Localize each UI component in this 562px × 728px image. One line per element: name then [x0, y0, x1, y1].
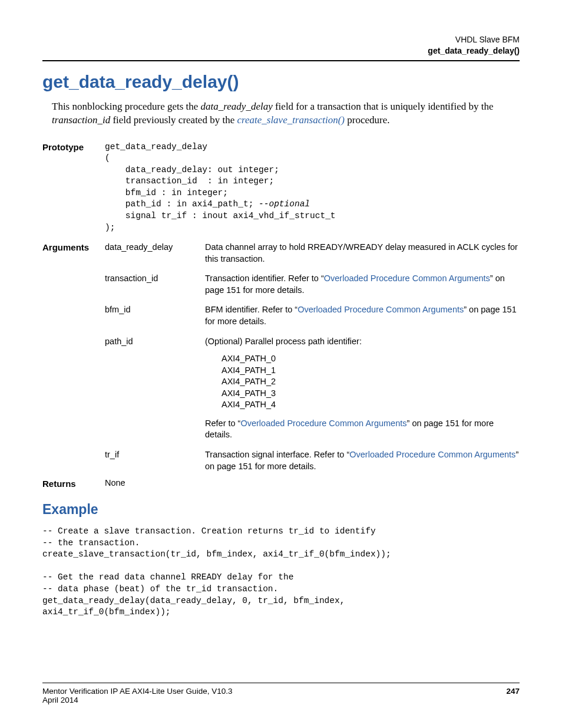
arg-text: Transaction identifier. Refer to “: [205, 274, 324, 283]
returns-value: None: [105, 478, 520, 487]
argument-name: transaction_id: [105, 273, 205, 285]
page-header: VHDL Slave BFM get_data_ready_delay(): [42, 34, 520, 57]
argument-row: transaction_id Transaction identifier. R…: [105, 273, 520, 296]
argument-row: tr_if Transaction signal interface. Refe…: [105, 449, 520, 472]
header-line1: VHDL Slave BFM: [42, 34, 520, 45]
argument-desc: Data channel array to hold RREADY/WREADY…: [205, 242, 520, 265]
footer-left: Mentor Verification IP AE AXI4-Lite User…: [42, 687, 232, 696]
prototype-label: Prototype: [42, 141, 105, 152]
footer-page: 247: [506, 687, 520, 696]
path-id-value: AXI4_PATH_4: [222, 399, 520, 411]
header-line2: get_data_ready_delay(): [42, 45, 520, 57]
path-id-value: AXI4_PATH_0: [222, 353, 520, 365]
code-line: get_data_ready_delay(data_ready_delay, 0…: [42, 596, 345, 605]
returns-label: Returns: [42, 478, 105, 489]
arg-link[interactable]: Overloaded Procedure Common Arguments: [240, 419, 406, 428]
intro-text: field for a transaction that is uniquely…: [273, 101, 494, 112]
code-line: -- Get the read data channel RREADY dela…: [42, 572, 293, 582]
arg-text: Transaction signal interface. Refer to “: [205, 450, 349, 459]
intro-text: field previously created by the: [110, 114, 237, 126]
page-title: get_data_ready_delay(): [42, 72, 520, 92]
example-heading: Example: [42, 502, 520, 518]
path-id-list: AXI4_PATH_0 AXI4_PATH_1 AXI4_PATH_2 AXI4…: [205, 353, 520, 411]
intro-link[interactable]: create_slave_transaction(): [237, 114, 345, 126]
footer-date: April 2014: [42, 696, 520, 704]
arguments-section: Arguments data_ready_delay Data channel …: [42, 242, 520, 478]
intro-text: procedure.: [345, 114, 389, 126]
intro-em1: data_ready_delay: [201, 101, 273, 112]
code-line: transaction_id : in integer;: [105, 176, 274, 186]
page-footer: Mentor Verification IP AE AXI4-Lite User…: [42, 683, 520, 704]
page: VHDL Slave BFM get_data_ready_delay() ge…: [0, 0, 562, 728]
code-line: data_ready_delay: out integer;: [105, 165, 279, 174]
code-line: create_slave_transaction(tr_id, bfm_inde…: [42, 549, 391, 559]
header-rule: [42, 60, 520, 61]
code-line: bfm_id : in integer;: [105, 188, 228, 197]
arg-link[interactable]: Overloaded Procedure Common Arguments: [297, 305, 464, 314]
arg-text: (Optional) Parallel process path identif…: [205, 336, 520, 348]
argument-row: path_id (Optional) Parallel process path…: [105, 336, 520, 442]
arg-text: Refer to “Overloaded Procedure Common Ar…: [205, 418, 520, 441]
path-id-value: AXI4_PATH_1: [222, 365, 520, 377]
footer-rule: [42, 683, 520, 683]
argument-row: bfm_id BFM identifier. Refer to “Overloa…: [105, 304, 520, 327]
intro-paragraph: This nonblocking procedure gets the data…: [42, 100, 520, 127]
intro-text: This nonblocking procedure gets the: [52, 101, 201, 112]
arg-text: BFM identifier. Refer to “: [205, 305, 297, 314]
example-code: -- Create a slave transaction. Creation …: [42, 526, 520, 618]
argument-row: data_ready_delay Data channel array to h…: [105, 242, 520, 265]
arg-text: Refer to “: [205, 419, 240, 428]
argument-desc: BFM identifier. Refer to “Overloaded Pro…: [205, 304, 520, 327]
argument-desc: Transaction signal interface. Refer to “…: [205, 449, 520, 472]
code-line: );: [105, 223, 115, 232]
returns-section: Returns None: [42, 478, 520, 489]
code-line: axi4_tr_if_0(bfm_index));: [42, 607, 171, 617]
arg-link[interactable]: Overloaded Procedure Common Arguments: [324, 274, 490, 283]
code-line: get_data_ready_delay: [105, 142, 207, 151]
path-id-value: AXI4_PATH_2: [222, 376, 520, 388]
argument-name: bfm_id: [105, 304, 205, 316]
path-id-value: AXI4_PATH_3: [222, 388, 520, 400]
footer-row: Mentor Verification IP AE AXI4-Lite User…: [42, 687, 520, 696]
intro-em2: transaction_id: [52, 114, 110, 126]
code-line: -- Create a slave transaction. Creation …: [42, 526, 376, 536]
prototype-code: get_data_ready_delay ( data_ready_delay:…: [105, 141, 520, 234]
argument-desc: Transaction identifier. Refer to “Overlo…: [205, 273, 520, 296]
argument-desc: (Optional) Parallel process path identif…: [205, 336, 520, 442]
prototype-section: Prototype get_data_ready_delay ( data_re…: [42, 141, 520, 234]
argument-name: tr_if: [105, 449, 205, 461]
arguments-body: data_ready_delay Data channel array to h…: [105, 242, 520, 478]
arguments-label: Arguments: [42, 242, 105, 252]
code-line: (: [105, 153, 110, 163]
code-line: -- data phase (beat) of the tr_id transa…: [42, 584, 278, 594]
code-comment: --optional: [259, 199, 310, 209]
argument-name: data_ready_delay: [105, 242, 205, 253]
code-line: signal tr_if : inout axi4_vhd_if_struct_…: [105, 211, 336, 220]
arg-link[interactable]: Overloaded Procedure Common Arguments: [349, 450, 515, 459]
code-line: -- the transaction.: [42, 538, 140, 548]
argument-name: path_id: [105, 336, 205, 348]
code-line: path_id : in axi4_path_t;: [105, 199, 259, 209]
